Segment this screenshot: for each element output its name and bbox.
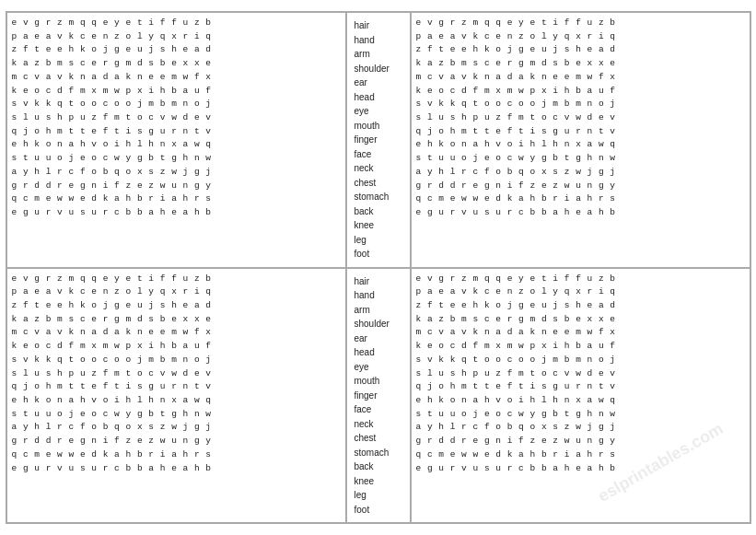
grid-row: e g u r v u s u r c b b a h e a h b xyxy=(12,206,341,220)
word-list-item: face xyxy=(355,147,402,162)
word-list-item: ear xyxy=(355,331,402,346)
word-list-item: hair xyxy=(355,274,402,289)
word-list-item: foot xyxy=(355,503,402,518)
word-list-item: neck xyxy=(355,161,402,176)
grid-row: e h k o n a h v o i h l h n x a w q xyxy=(12,138,341,152)
grid-row: a y h l r c f o b q o x s z w j g j xyxy=(12,421,341,435)
grid-row: e v g r z m q q e y e t i f f u z b xyxy=(416,273,745,286)
word-list-item: back xyxy=(355,204,402,219)
word-list-item: hand xyxy=(355,288,402,303)
grid-row: z f t e e h k o j g e u j s h e a d xyxy=(12,43,341,57)
grid-row: p a e a v k c e n z o l y q x r i q xyxy=(12,30,341,44)
word-list-item: foot xyxy=(355,247,402,262)
grid-row: m c v a v k n a d a k n e e m w f x xyxy=(12,71,341,85)
grid-row: m c v a v k n a d a k n e e m w f x xyxy=(416,326,745,340)
grid-row: m c v a v k n a d a k n e e m w f x xyxy=(12,326,341,340)
word-list-item: neck xyxy=(355,417,402,432)
grid-row: k a z b m s c e r g m d s b e x x e xyxy=(12,57,341,71)
word-list-item: stomach xyxy=(355,190,402,204)
grid-row: s t u u o j e o c w y g b t g h n w xyxy=(12,152,341,166)
word-list-item: knee xyxy=(355,474,402,489)
word-list-item: eye xyxy=(355,360,402,375)
grid-row: p a e a v k c e n z o l y q x r i q xyxy=(416,285,745,299)
grid-row: e h k o n a h v o i h l h n x a w q xyxy=(416,138,745,152)
grid-row: q c m e w w e d k a h b r i a h r s xyxy=(416,192,745,206)
grid-row: q j o h m t t e f t i s g u r n t v xyxy=(416,125,745,139)
bottom-word-list: hairhandarmshoulderearheadeyemouthfinger… xyxy=(346,268,411,524)
word-list-item: ear xyxy=(355,76,402,90)
grid-row: k e o c d f m x m w p x i h b a u f xyxy=(12,340,341,354)
word-list-item: hair xyxy=(355,18,402,33)
grid-row: q c m e w w e d k a h b r i a h r s xyxy=(12,448,341,462)
word-list-item: chest xyxy=(355,176,402,191)
grid-row: a y h l r c f o b q o x s z w j g j xyxy=(416,166,745,180)
grid-row: g r d d r e g n i f z e z w u n g y xyxy=(416,435,745,448)
word-list-item: knee xyxy=(355,218,402,233)
grid-row: g r d d r e g n i f z e z w u n g y xyxy=(12,180,341,193)
grid-row: s v k k q t o o c o o j m b m n o j xyxy=(12,98,341,111)
grid-row: a y h l r c f o b q o x s z w j g j xyxy=(12,166,341,180)
grid-row: e v g r z m q q e y e t i f f u z b xyxy=(416,17,745,30)
word-list-item: arm xyxy=(355,303,402,318)
grid-row: s v k k q t o o c o o j m b m n o j xyxy=(416,354,745,367)
word-list-item: eye xyxy=(355,104,402,119)
grid-row: k e o c d f m x m w p x i h b a u f xyxy=(416,85,745,99)
grid-row: e g u r v u s u r c b b a h e a h b xyxy=(12,462,341,476)
grid-row: s l u s h p u z f m t o c v w d e v xyxy=(416,367,745,381)
word-list-item: shoulder xyxy=(355,62,402,76)
word-list-item: shoulder xyxy=(355,317,402,331)
word-list-item: face xyxy=(355,402,402,417)
grid-row: e v g r z m q q e y e t i f f u z b xyxy=(12,17,341,30)
grid-row: e v g r z m q q e y e t i f f u z b xyxy=(12,273,341,286)
grid-row: s t u u o j e o c w y g b t g h n w xyxy=(416,152,745,166)
grid-row: p a e a v k c e n z o l y q x r i q xyxy=(12,285,341,299)
word-list-item: leg xyxy=(355,233,402,248)
grid-row: q c m e w w e d k a h b r i a h r s xyxy=(12,192,341,206)
word-list-item: mouth xyxy=(355,374,402,389)
grid-row: e g u r v u s u r c b b a h e a h b xyxy=(416,462,745,476)
grid-row: s v k k q t o o c o o j m b m n o j xyxy=(416,98,745,111)
grid-row: p a e a v k c e n z o l y q x r i q xyxy=(416,30,745,44)
grid-row: k e o c d f m x m w p x i h b a u f xyxy=(12,85,341,99)
grid-row: s l u s h p u z f m t o c v w d e v xyxy=(416,111,745,125)
grid-row: k a z b m s c e r g m d s b e x x e xyxy=(416,313,745,327)
word-list-item: arm xyxy=(355,47,402,62)
grid-row: q j o h m t t e f t i s g u r n t v xyxy=(416,380,745,394)
grid-row: e h k o n a h v o i h l h n x a w q xyxy=(12,394,341,408)
word-list-item: finger xyxy=(355,389,402,403)
bottom-right-grid: e v g r z m q q e y e t i f f u z bp a e… xyxy=(411,268,750,524)
grid-row: k e o c d f m x m w p x i h b a u f xyxy=(416,340,745,354)
top-word-list: hairhandarmshoulderearheadeyemouthfinger… xyxy=(346,12,411,268)
grid-row: z f t e e h k o j g e u j s h e a d xyxy=(416,299,745,313)
grid-row: q j o h m t t e f t i s g u r n t v xyxy=(12,125,341,139)
grid-row: e g u r v u s u r c b b a h e a h b xyxy=(416,206,745,220)
grid-row: s l u s h p u z f m t o c v w d e v xyxy=(12,367,341,381)
grid-row: s t u u o j e o c w y g b t g h n w xyxy=(416,408,745,422)
word-list-item: chest xyxy=(355,431,402,446)
grid-row: m c v a v k n a d a k n e e m w f x xyxy=(416,71,745,85)
word-list-item: back xyxy=(355,459,402,474)
grid-row: s t u u o j e o c w y g b t g h n w xyxy=(12,408,341,422)
grid-row: z f t e e h k o j g e u j s h e a d xyxy=(12,299,341,313)
top-left-grid: e v g r z m q q e y e t i f f u z bp a e… xyxy=(6,12,346,268)
word-list-item: head xyxy=(355,90,402,105)
grid-row: s v k k q t o o c o o j m b m n o j xyxy=(12,354,341,367)
grid-row: z f t e e h k o j g e u j s h e a d xyxy=(416,43,745,57)
word-list-item: finger xyxy=(355,133,402,147)
grid-row: k a z b m s c e r g m d s b e x x e xyxy=(416,57,745,71)
word-list-item: hand xyxy=(355,33,402,48)
grid-row: g r d d r e g n i f z e z w u n g y xyxy=(416,180,745,193)
grid-row: k a z b m s c e r g m d s b e x x e xyxy=(12,313,341,327)
grid-row: s l u s h p u z f m t o c v w d e v xyxy=(12,111,341,125)
grid-row: q c m e w w e d k a h b r i a h r s xyxy=(416,448,745,462)
word-list-item: leg xyxy=(355,488,402,503)
grid-row: g r d d r e g n i f z e z w u n g y xyxy=(12,435,341,448)
bottom-left-grid: e v g r z m q q e y e t i f f u z bp a e… xyxy=(6,268,346,524)
grid-row: a y h l r c f o b q o x s z w j g j xyxy=(416,421,745,435)
top-right-grid: e v g r z m q q e y e t i f f u z bp a e… xyxy=(411,12,750,268)
word-list-item: head xyxy=(355,345,402,360)
grid-row: q j o h m t t e f t i s g u r n t v xyxy=(12,380,341,394)
word-list-item: stomach xyxy=(355,446,402,460)
grid-row: e h k o n a h v o i h l h n x a w q xyxy=(416,394,745,408)
word-list-item: mouth xyxy=(355,119,402,134)
